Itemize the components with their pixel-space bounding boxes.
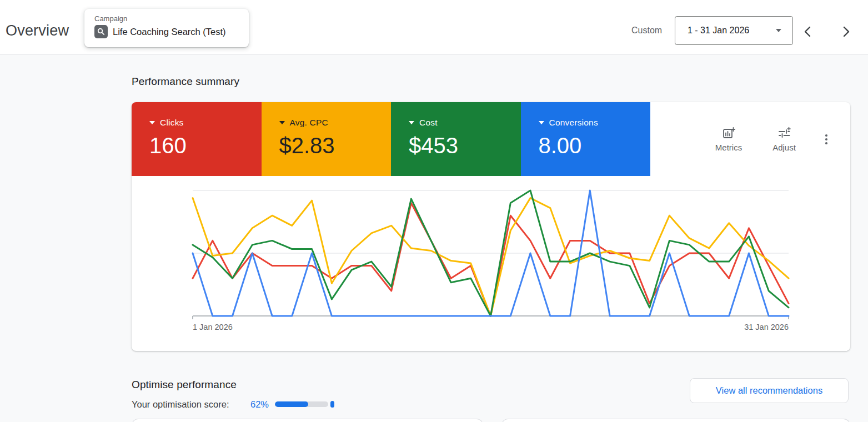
- optimise-performance-heading: Optimise performance: [132, 379, 237, 391]
- date-range-value: 1 - 31 Jan 2026: [688, 26, 749, 36]
- metric-selector-avg-cpc[interactable]: Avg. CPC: [279, 118, 392, 128]
- performance-chart: 1 Jan 2026 31 Jan 2026: [132, 176, 850, 351]
- metrics-chart-icon: [722, 127, 735, 140]
- tile-label: Clicks: [160, 118, 184, 128]
- performance-summary-card: Clicks 160 Avg. CPC $2.83 Cost $453 Conv…: [132, 102, 850, 351]
- recommendation-card-left: [132, 419, 483, 422]
- optimisation-score-label: Your optimisation score:: [132, 399, 229, 410]
- tile-value: $2.83: [279, 133, 392, 158]
- tile-value: $453: [409, 133, 521, 158]
- optimisation-score-value: 62%: [250, 399, 269, 410]
- tile-value: 8.00: [539, 133, 651, 158]
- date-range-button[interactable]: 1 - 31 Jan 2026: [675, 16, 793, 45]
- metric-tile-cost[interactable]: Cost $453: [391, 102, 521, 176]
- adjust-button[interactable]: Adjust: [769, 127, 800, 152]
- overflow-menu-button[interactable]: [820, 128, 833, 150]
- chart-actions: Metrics Adjust: [711, 102, 850, 176]
- adjust-sliders-icon: [777, 127, 791, 140]
- tile-caret-icon: [279, 121, 285, 124]
- metrics-button-label: Metrics: [715, 143, 742, 152]
- three-dot-menu-icon: [820, 133, 833, 146]
- previous-period-button[interactable]: [799, 23, 817, 41]
- tile-label: Conversions: [549, 118, 598, 128]
- performance-summary-heading: Performance summary: [132, 76, 239, 88]
- metric-tile-conversions[interactable]: Conversions 8.00: [521, 102, 651, 176]
- metric-selector-clicks[interactable]: Clicks: [149, 118, 262, 128]
- page-title: Overview: [6, 22, 69, 39]
- tile-value: 160: [149, 133, 262, 158]
- campaign-search-icon: [94, 25, 108, 38]
- campaign-chip-label: Campaign: [94, 14, 249, 23]
- chevron-left-icon: [799, 23, 817, 41]
- optimisation-score-fill: [275, 401, 308, 407]
- dropdown-caret-icon: [776, 29, 781, 32]
- metric-tile-clicks[interactable]: Clicks 160: [132, 102, 262, 176]
- date-mode-label: Custom: [631, 26, 662, 36]
- tile-caret-icon: [149, 121, 155, 124]
- chevron-right-icon: [837, 23, 855, 41]
- tile-label: Cost: [419, 118, 438, 128]
- next-period-button[interactable]: [837, 23, 855, 41]
- adjust-button-label: Adjust: [772, 143, 796, 152]
- metric-selector-conversions[interactable]: Conversions: [539, 118, 651, 128]
- x-axis-label-start: 1 Jan 2026: [193, 323, 233, 331]
- optimisation-score-bar: [275, 401, 328, 407]
- x-axis-label-end: 31 Jan 2026: [744, 323, 789, 331]
- top-header: Overview Campaign Life Coaching Search (…: [0, 0, 868, 54]
- tile-label: Avg. CPC: [290, 118, 328, 128]
- metrics-button[interactable]: Metrics: [711, 127, 746, 152]
- tile-caret-icon: [409, 121, 414, 124]
- campaign-selector-chip[interactable]: Campaign Life Coaching Search (Test): [84, 9, 249, 47]
- tile-caret-icon: [539, 121, 544, 124]
- campaign-name: Life Coaching Search (Test): [113, 27, 226, 37]
- performance-chart-area[interactable]: 1 Jan 2026 31 Jan 2026: [132, 176, 850, 351]
- optimisation-score-marker: [330, 401, 334, 408]
- recommendation-card-right: [501, 419, 850, 422]
- metric-selector-cost[interactable]: Cost: [409, 118, 521, 128]
- metric-tile-avg-cpc[interactable]: Avg. CPC $2.83: [262, 102, 392, 176]
- view-all-recommendations-button[interactable]: View all recommendations: [690, 378, 849, 403]
- chart-line-avg-cpc: [193, 198, 789, 316]
